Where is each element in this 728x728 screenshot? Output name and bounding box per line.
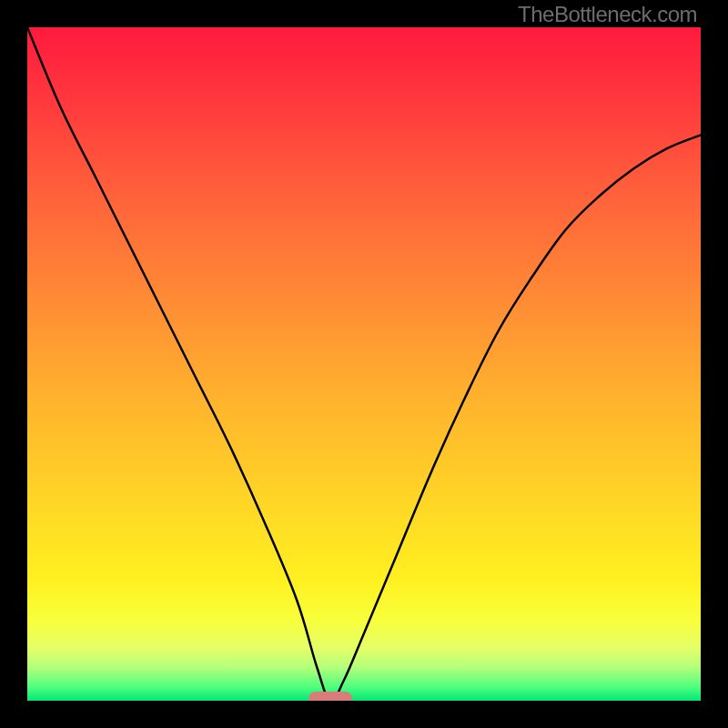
optimum-marker [308,692,352,701]
plot-area [27,27,701,701]
watermark-text: TheBottleneck.com [518,2,697,27]
bottleneck-curve [27,27,701,701]
chart-frame: TheBottleneck.com [0,0,728,728]
